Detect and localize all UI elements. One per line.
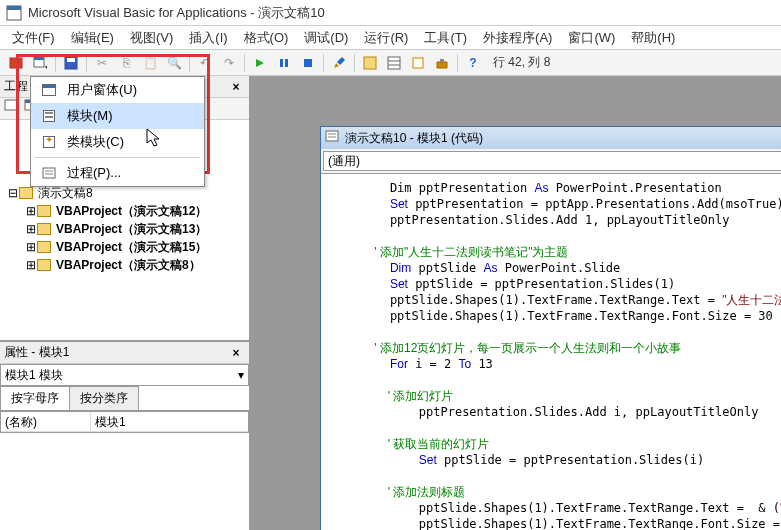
menu-edit[interactable]: 编辑(E): [63, 27, 122, 49]
menu-format[interactable]: 格式(O): [236, 27, 297, 49]
tab-alphabetic[interactable]: 按字母序: [0, 386, 70, 410]
procedure-icon: [39, 164, 59, 182]
chevron-down-icon: ▾: [238, 368, 244, 382]
property-value[interactable]: 模块1: [91, 412, 248, 431]
class-module-icon: [39, 133, 59, 151]
undo-button[interactable]: ↶: [194, 52, 216, 74]
code-window-title: 演示文稿10 - 模块1 (代码): [345, 130, 483, 147]
close-icon[interactable]: ×: [227, 344, 245, 362]
svg-rect-2: [10, 58, 22, 68]
menu-bar: 文件(F) 编辑(E) 视图(V) 插入(I) 格式(O) 调试(D) 运行(R…: [0, 26, 781, 50]
svg-rect-4: [34, 57, 44, 60]
properties-pane: 属性 - 模块1 × 模块1 模块 ▾ 按字母序 按分类序 (名称) 模块1: [0, 342, 249, 530]
help-button[interactable]: ?: [462, 52, 484, 74]
dropdown-label: 过程(P)...: [67, 164, 121, 182]
property-row[interactable]: (名称) 模块1: [1, 412, 248, 432]
svg-rect-6: [67, 58, 75, 62]
paste-button[interactable]: 📋: [139, 52, 161, 74]
save-button[interactable]: [60, 52, 82, 74]
toolbar: ✂ ⎘ 📋 🔍 ↶ ↷ ? 行 42, 列 8: [0, 50, 781, 76]
design-mode-button[interactable]: [328, 52, 350, 74]
menu-help[interactable]: 帮助(H): [623, 27, 683, 49]
object-combo[interactable]: (通用) ▾: [323, 151, 781, 171]
insert-dropdown-menu: 用户窗体(U) 模块(M) 类模块(C) 过程(P)...: [30, 76, 205, 187]
reset-button[interactable]: [297, 52, 319, 74]
svg-rect-14: [413, 58, 423, 68]
svg-rect-8: [285, 59, 288, 67]
dropdown-separator: [35, 157, 200, 158]
svg-rect-9: [304, 59, 312, 67]
properties-object-combo[interactable]: 模块1 模块 ▾: [0, 364, 249, 386]
project-explorer-button[interactable]: [359, 52, 381, 74]
title-bar: Microsoft Visual Basic for Applications …: [0, 0, 781, 26]
code-window: 演示文稿10 - 模块1 (代码) (通用) ▾ ▾ Dim pptPresen…: [320, 126, 781, 530]
tab-categorized[interactable]: 按分类序: [69, 386, 139, 410]
svg-rect-11: [388, 57, 400, 69]
insert-dropdown-button[interactable]: [29, 52, 51, 74]
find-button[interactable]: 🔍: [163, 52, 185, 74]
app-icon: [6, 5, 22, 21]
properties-tabs: 按字母序 按分类序: [0, 386, 249, 411]
svg-rect-7: [280, 59, 283, 67]
view-code-button[interactable]: [4, 99, 24, 119]
cut-button[interactable]: ✂: [91, 52, 113, 74]
pane-title: 属性 - 模块1: [4, 344, 69, 361]
dropdown-item-class-module[interactable]: 类模块(C): [31, 129, 204, 155]
mdi-area: 演示文稿10 - 模块1 (代码) (通用) ▾ ▾ Dim pptPresen…: [250, 76, 781, 530]
properties-grid[interactable]: (名称) 模块1: [0, 411, 249, 433]
toolbox-button[interactable]: [431, 52, 453, 74]
tree-item[interactable]: ⊞ VBAProject（演示文稿15）: [22, 238, 245, 256]
svg-rect-1: [7, 6, 21, 10]
project-icon: [36, 240, 52, 254]
property-name: (名称): [1, 412, 91, 431]
cursor-position: 行 42, 列 8: [493, 54, 550, 71]
dropdown-label: 模块(M): [67, 107, 113, 125]
dropdown-item-module[interactable]: 模块(M): [31, 103, 204, 129]
menu-view[interactable]: 视图(V): [122, 27, 181, 49]
window-title: Microsoft Visual Basic for Applications …: [28, 4, 325, 22]
menu-window[interactable]: 窗口(W): [560, 27, 623, 49]
svg-rect-15: [43, 168, 55, 178]
view-ppt-button[interactable]: [5, 52, 27, 74]
redo-button[interactable]: ↷: [218, 52, 240, 74]
menu-addins[interactable]: 外接程序(A): [475, 27, 560, 49]
menu-tools[interactable]: 工具(T): [416, 27, 475, 49]
tree-item[interactable]: ⊞ VBAProject（演示文稿13）: [22, 220, 245, 238]
project-icon: [36, 258, 52, 272]
module-icon: [325, 130, 341, 146]
properties-button[interactable]: [383, 52, 405, 74]
svg-rect-18: [5, 100, 17, 110]
project-icon: [36, 204, 52, 218]
dropdown-item-procedure[interactable]: 过程(P)...: [31, 160, 204, 186]
code-window-titlebar[interactable]: 演示文稿10 - 模块1 (代码): [321, 127, 781, 149]
svg-rect-10: [364, 57, 376, 69]
properties-header: 属性 - 模块1 ×: [0, 342, 249, 364]
menu-run[interactable]: 运行(R): [356, 27, 416, 49]
menu-insert[interactable]: 插入(I): [181, 27, 235, 49]
menu-debug[interactable]: 调试(D): [296, 27, 356, 49]
folder-icon: [18, 186, 34, 200]
close-icon[interactable]: ×: [227, 78, 245, 96]
dropdown-label: 用户窗体(U): [67, 81, 137, 99]
dropdown-label: 类模块(C): [67, 133, 124, 151]
tree-item[interactable]: ⊞ VBAProject（演示文稿8）: [22, 256, 245, 274]
menu-file[interactable]: 文件(F): [4, 27, 63, 49]
object-browser-button[interactable]: [407, 52, 429, 74]
form-icon: [39, 81, 59, 99]
svg-rect-22: [326, 131, 338, 141]
code-combos: (通用) ▾ ▾: [321, 149, 781, 174]
break-button[interactable]: [273, 52, 295, 74]
module-icon: [39, 107, 59, 125]
project-icon: [36, 222, 52, 236]
code-editor[interactable]: Dim pptPresentation As PowerPoint.Presen…: [321, 174, 781, 530]
run-button[interactable]: [249, 52, 271, 74]
tree-item[interactable]: ⊞ VBAProject（演示文稿12）: [22, 202, 245, 220]
copy-button[interactable]: ⎘: [115, 52, 137, 74]
pane-title: 工程: [4, 78, 28, 95]
dropdown-item-userform[interactable]: 用户窗体(U): [31, 77, 204, 103]
